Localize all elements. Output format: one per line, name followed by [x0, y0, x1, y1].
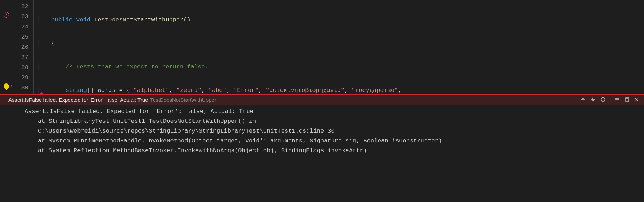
lightbulb-icon[interactable] [4, 83, 11, 90]
error-header-message: Assert.IsFalse failed. Expected for 'Err… [8, 97, 148, 103]
line-number: 30 [14, 83, 28, 93]
close-icon[interactable] [633, 96, 640, 103]
error-header-testname: TestDoesNotStartWithUpper [150, 97, 216, 103]
error-divider [0, 94, 644, 95]
code-editor[interactable]: ✕ 22 23 24 25 26 27 28 29 30 │ public vo… [0, 0, 644, 94]
nav-up-icon[interactable] [579, 96, 587, 103]
svg-rect-6 [626, 99, 629, 102]
error-glyph-icon[interactable]: ✕ [4, 12, 11, 19]
line-number-gutter: 22 23 24 25 26 27 28 29 30 [14, 0, 33, 94]
line-number: 29 [14, 73, 28, 83]
fold-gutter [33, 0, 37, 94]
code-line[interactable]: │ { [37, 38, 644, 48]
code-content[interactable]: │ public void TestDoesNotStartWithUpper(… [37, 0, 644, 94]
code-line[interactable]: │ │ string[] words = { "alphabet", "zebr… [37, 85, 644, 94]
history-icon[interactable] [599, 96, 606, 103]
line-number: 28 [14, 62, 28, 73]
copy-icon[interactable] [623, 96, 631, 103]
stack-trace-message: Assert.IsFalse failed. Expected for 'Err… [0, 107, 644, 116]
list-icon[interactable] [613, 96, 621, 103]
stack-trace-location: C:\Users\webreidi\source\repos\StringLib… [0, 126, 644, 136]
toolbar-separator [609, 97, 609, 102]
stack-trace-frame: at System.Reflection.MethodBaseInvoker.I… [0, 146, 644, 156]
code-line[interactable]: │ │ // Tests that we expect to return fa… [37, 62, 644, 72]
error-panel-header: Assert.IsFalse failed. Expected for 'Err… [0, 95, 644, 105]
stack-trace-frame: at StringLibraryTest.UnitTest1.TestDoesN… [0, 116, 644, 126]
line-number: 22 [14, 1, 28, 12]
line-number: 25 [14, 32, 28, 42]
line-number: 27 [14, 52, 28, 62]
line-number: 26 [14, 42, 28, 52]
line-number: 24 [14, 22, 28, 32]
stack-trace-panel[interactable]: Assert.IsFalse failed. Expected for 'Err… [0, 105, 644, 156]
code-line[interactable]: │ public void TestDoesNotStartWithUpper(… [37, 15, 644, 25]
nav-down-icon[interactable] [589, 96, 597, 103]
glyph-margin: ✕ [0, 0, 14, 94]
line-number: 23 [14, 12, 28, 22]
stack-trace-frame: at System.RuntimeMethodHandle.InvokeMeth… [0, 136, 644, 146]
